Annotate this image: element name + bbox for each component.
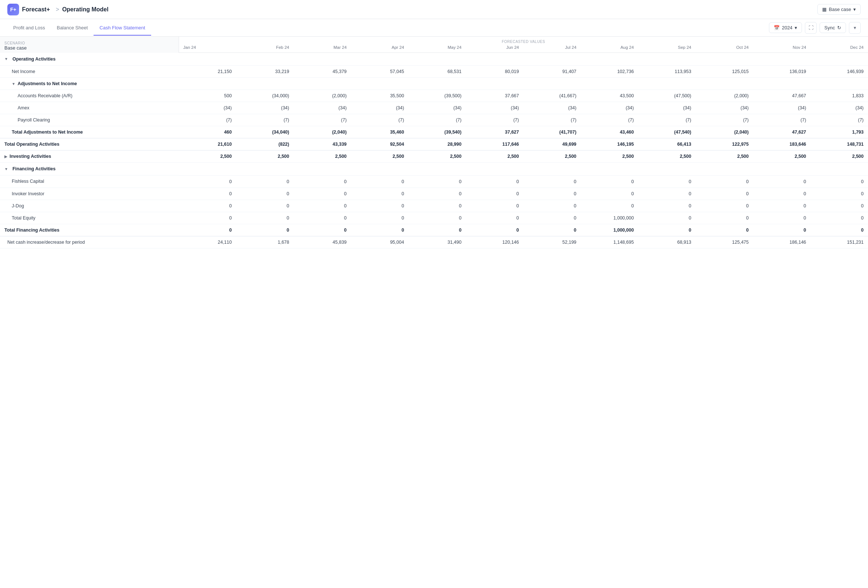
base-case-label: Base case [829,7,851,12]
sync-label: Sync [824,25,835,31]
col-aug: Aug 24 [581,44,638,53]
col-jul: Jul 24 [523,44,581,53]
col-jan: Jan 24 [179,44,236,53]
col-apr: Apr 24 [351,44,409,53]
expand-button[interactable]: ⛶ [805,22,816,34]
page-title: Operating Model [62,6,108,13]
forecasted-header: FORECASTED VALUES [179,37,868,44]
sync-button[interactable]: Sync ↻ [819,22,846,33]
table-row: Invoker Investor000000000000 [0,188,868,199]
table-row: Payroll Clearing(7)(7)(7)(7)(7)(7)(7)(7)… [0,114,868,126]
col-jun: Jun 24 [466,44,524,53]
table-row: ▼Operating Activities [0,53,868,66]
scenario-value: Base case [4,45,174,51]
table-row: Total Operating Activities21,610(822)43,… [0,138,868,151]
table-container: SCENARIO Base case FORECASTED VALUES Jan… [0,37,868,248]
more-options-button[interactable]: ▾ [849,22,861,34]
table-row: Net cash increase/decrease for period24,… [0,236,868,248]
tab-profit-loss[interactable]: Profit and Loss [7,21,51,35]
header-right: ▦ Base case ▾ [817,4,861,15]
table-row: Amex(34)(34)(34)(34)(34)(34)(34)(34)(34)… [0,102,868,114]
sync-icon: ↻ [837,25,841,31]
table-row: Total Financing Activities00000001,000,0… [0,224,868,236]
col-feb: Feb 24 [236,44,294,53]
col-may: May 24 [408,44,466,53]
year-label: 2024 [782,25,793,31]
col-dec: Dec 24 [810,44,868,53]
base-case-icon: ▦ [822,7,827,12]
chevron-down-icon: ▾ [795,25,797,31]
col-sep: Sep 24 [638,44,696,53]
scenario-label: SCENARIO [4,41,174,45]
col-oct: Oct 24 [695,44,753,53]
table-row: ▶Investing Activities2,5002,5002,5002,50… [0,151,868,163]
table-row: ▼Adjustments to Net Income [0,78,868,90]
year-selector[interactable]: 📅 2024 ▾ [769,22,802,33]
tab-cash-flow[interactable]: Cash Flow Statement [93,21,151,35]
table-row: ▼Financing Activities [0,163,868,176]
table-row: Fishless Capital000000000000 [0,176,868,188]
tab-balance-sheet[interactable]: Balance Sheet [51,21,94,35]
chevron-down-icon: ▾ [853,7,856,12]
app-logo: F+ Forecast+ [7,4,50,15]
table-row: Accounts Receivable (A/R)500(34,000)(2,0… [0,90,868,102]
table-row: Total Adjustments to Net Income460(34,04… [0,126,868,138]
app-header: F+ Forecast+ > Operating Model ▦ Base ca… [0,0,868,19]
col-nov: Nov 24 [753,44,811,53]
table-row: J-Dog000000000000 [0,199,868,212]
nav-right: 📅 2024 ▾ ⛶ Sync ↻ ▾ [769,22,861,34]
breadcrumb-separator: > [56,6,59,13]
nav-tabs: Profit and Loss Balance Sheet Cash Flow … [0,19,868,37]
cash-flow-table: SCENARIO Base case FORECASTED VALUES Jan… [0,37,868,248]
col-mar: Mar 24 [294,44,351,53]
calendar-icon: 📅 [774,25,779,31]
logo-icon: F+ [7,4,19,15]
app-name: Forecast+ [22,6,50,13]
base-case-button[interactable]: ▦ Base case ▾ [817,4,861,15]
table-row: Total Equity00000001,000,0000000 [0,212,868,224]
table-row: Net Income21,15033,21945,37957,04568,531… [0,66,868,78]
